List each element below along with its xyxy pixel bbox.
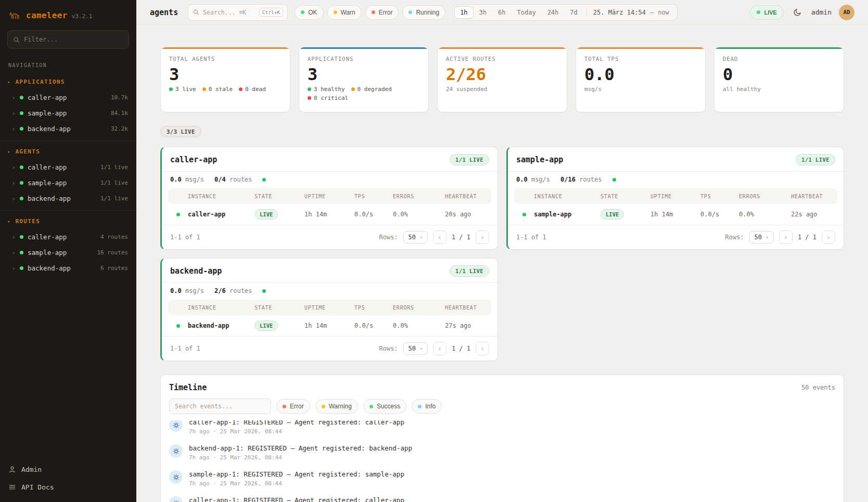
table-cell	[168, 213, 188, 216]
app-card-backend-app: backend-app 1/1 LIVE 0.0 msg/s 2/6 route…	[160, 258, 498, 361]
state-badge: LIVE	[254, 320, 278, 331]
next-page-button[interactable]: ›	[476, 230, 489, 244]
throughput-unit: msg/s	[185, 287, 204, 294]
rows-per-page-value: 50	[755, 234, 762, 241]
theme-toggle[interactable]	[791, 6, 804, 19]
section-title: ROUTES	[15, 218, 40, 225]
filter-chip-ok[interactable]: OK	[295, 5, 323, 20]
sidebar-item-applications-caller-app[interactable]: › caller-app 10.7k	[0, 89, 136, 105]
chevron-right-icon: ›	[11, 264, 16, 272]
timeline-search-input[interactable]	[175, 403, 265, 410]
status-dot	[20, 197, 23, 200]
status-dot	[20, 165, 23, 169]
throughput-stat: 0.0 msg/s	[516, 176, 550, 183]
sidebar-item-api-docs[interactable]: API Docs	[8, 478, 128, 496]
next-page-button[interactable]: ›	[476, 342, 489, 355]
sidebar-item-applications-sample-app[interactable]: › sample-app 84.1k	[0, 105, 136, 121]
timeline-chip-info[interactable]: Info	[412, 399, 442, 414]
range-button-6h[interactable]: 6h	[492, 6, 511, 19]
app-logo[interactable]: cameleer v3.2.1	[0, 0, 136, 28]
sidebar-item-agents-caller-app[interactable]: › caller-app 1/1 live	[0, 159, 136, 175]
filter-chip-error[interactable]: Error	[365, 5, 399, 20]
page-indicator: 1 / 1	[798, 234, 816, 241]
status-dot	[372, 10, 375, 14]
sidebar-item-label: sample-app	[28, 249, 67, 256]
chevron-down-icon: ▾	[420, 235, 423, 240]
range-button-today[interactable]: Today	[512, 6, 542, 19]
app-card-title: backend-app	[170, 266, 222, 276]
chip-label: Running	[416, 9, 439, 16]
range-button-7d[interactable]: 7d	[564, 6, 583, 19]
app-live-badge: 1/1 LIVE	[796, 154, 835, 165]
timeline-chip-error[interactable]: Error	[276, 399, 310, 414]
sidebar-item-routes-backend-app[interactable]: › backend-app 6 routes	[0, 260, 136, 276]
caret-down-icon: ▾	[7, 149, 10, 155]
sidebar-item-routes-sample-app[interactable]: › sample-app 16 routes	[0, 244, 136, 260]
table-row[interactable]: caller-app LIVE 1h 14m 0.0/s 0.0% 20s ag…	[168, 204, 491, 225]
live-dot	[757, 10, 760, 14]
sidebar-item-agents-backend-app[interactable]: › backend-app 1/1 live	[0, 190, 136, 206]
event-timestamp: 7h ago · 25 Mar 2026, 08:44	[189, 428, 404, 435]
range-button-3h[interactable]: 3h	[474, 6, 492, 19]
caret-down-icon: ▾	[7, 80, 10, 85]
chevron-down-icon: ▾	[420, 346, 423, 351]
timeline-event[interactable]: caller-app-1: REGISTERED — Agent registe…	[169, 420, 835, 440]
table-header-cell: ERRORS	[393, 305, 445, 311]
range-button-24h[interactable]: 24h	[542, 6, 565, 19]
routes-stat: 0/16 routes	[560, 176, 602, 183]
section-header-agents[interactable]: ▾ AGENTS	[0, 146, 136, 159]
sidebar-filter-input[interactable]	[24, 36, 123, 43]
sidebar-item-agents-sample-app[interactable]: › sample-app 1/1 live	[0, 175, 136, 190]
sidebar-item-applications-backend-app[interactable]: › backend-app 32.2k	[0, 121, 136, 136]
global-search-input[interactable]	[203, 9, 256, 16]
timeline-event[interactable]: backend-app-1: REGISTERED — Agent regist…	[169, 440, 835, 466]
section-header-applications[interactable]: ▾ APPLICATIONS	[0, 76, 136, 89]
table-header-cell: HEARTBEAT	[791, 194, 837, 199]
table-header-cell: ERRORS	[393, 194, 445, 199]
range-info: 1-1 of 1	[170, 345, 200, 352]
timeline-chip-warning[interactable]: Warning	[315, 399, 358, 414]
prev-page-button[interactable]: ‹	[433, 230, 446, 244]
throughput-unit: msg/s	[531, 176, 550, 183]
timeline-event[interactable]: caller-app-1: REGISTERED — Agent registe…	[169, 492, 835, 502]
chevron-right-icon: ›	[11, 125, 16, 133]
table-header-cell: HEARTBEAT	[445, 194, 491, 199]
table-row[interactable]: backend-app LIVE 1h 14m 0.0/s 0.0% 27s a…	[168, 315, 491, 336]
sidebar-item-admin[interactable]: Admin	[8, 460, 128, 478]
filter-chip-running[interactable]: Running	[402, 5, 445, 20]
rows-per-page-select[interactable]: 50 ▾	[403, 231, 428, 243]
prev-page-button[interactable]: ‹	[433, 342, 446, 355]
timeline-chip-success[interactable]: Success	[363, 399, 406, 414]
prev-page-button[interactable]: ‹	[779, 230, 793, 244]
app-card-caller-app: caller-app 1/1 LIVE 0.0 msg/s 0/4 routes…	[160, 147, 498, 250]
avatar[interactable]: AD	[839, 5, 854, 20]
status-dot	[20, 235, 23, 239]
next-page-button[interactable]: ›	[822, 230, 835, 244]
routes-unit: routes	[229, 176, 252, 183]
menu-icon	[8, 483, 16, 491]
stat-card-total-agents: TOTAL AGENTS 3 3 live 0 stale 0 dead	[160, 47, 290, 112]
table-header-cell: INSTANCE	[534, 194, 601, 199]
table-footer: 1-1 of 1 Rows: 50 ▾ ‹ 1 / 1 ›	[508, 225, 844, 249]
timeline-event[interactable]: sample-app-1: REGISTERED — Agent registe…	[169, 466, 835, 492]
status-dot	[20, 111, 23, 115]
rows-per-page-select[interactable]: 50 ▾	[749, 231, 774, 243]
range-button-1h[interactable]: 1h	[454, 6, 473, 19]
routes-value: 2/6	[214, 287, 226, 294]
sidebar-item-routes-caller-app[interactable]: › caller-app 4 routes	[0, 229, 136, 244]
status-dot	[522, 213, 526, 216]
sidebar-item-badge: 4 routes	[100, 234, 128, 240]
table-header-cell: INSTANCE	[188, 305, 254, 311]
filter-chip-warn[interactable]: Warn	[327, 5, 362, 20]
rows-per-page-select[interactable]: 50 ▾	[403, 342, 428, 355]
status-dot	[334, 10, 337, 14]
username: admin	[811, 8, 832, 16]
timeline-events-list[interactable]: caller-app-1: REGISTERED — Agent registe…	[161, 420, 844, 502]
stat-value: 3	[169, 66, 282, 83]
breakdown-text: 3 live	[175, 86, 196, 93]
table-row[interactable]: sample-app LIVE 1h 14m 0.0/s 0.0% 22s ag…	[514, 204, 837, 225]
section-header-routes[interactable]: ▾ ROUTES	[0, 216, 136, 229]
sidebar-item-badge: 1/1 live	[100, 179, 128, 186]
sidebar-item-badge: 1/1 live	[100, 164, 128, 171]
live-toggle[interactable]: LIVE	[750, 5, 783, 20]
